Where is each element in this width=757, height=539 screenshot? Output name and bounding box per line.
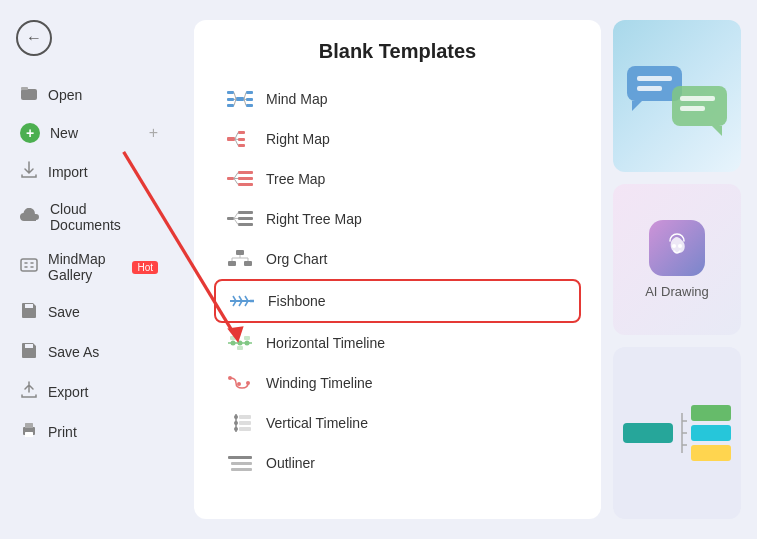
svg-marker-78: [632, 101, 642, 111]
template-winding-timeline[interactable]: Winding Timeline: [214, 363, 581, 403]
main-content: Blank Templates: [178, 0, 757, 539]
svg-line-16: [244, 93, 246, 100]
sidebar-save-label: Save: [48, 304, 158, 320]
svg-rect-73: [231, 462, 252, 465]
svg-line-39: [234, 219, 238, 225]
svg-rect-35: [238, 217, 253, 220]
sidebar-print-label: Print: [48, 424, 158, 440]
back-button[interactable]: ←: [0, 10, 178, 66]
svg-rect-0: [21, 89, 37, 100]
template-right-tree-map[interactable]: Right Tree Map: [214, 199, 581, 239]
export-icon: [20, 381, 38, 403]
svg-point-58: [245, 341, 250, 346]
svg-rect-22: [238, 144, 245, 147]
svg-rect-74: [231, 468, 252, 471]
svg-rect-59: [230, 336, 236, 340]
svg-rect-9: [227, 104, 234, 107]
template-mind-map[interactable]: Mind Map: [214, 79, 581, 119]
right-tree-map-icon: [226, 209, 254, 229]
svg-rect-36: [238, 223, 253, 226]
winding-timeline-label: Winding Timeline: [266, 375, 373, 391]
svg-point-64: [246, 381, 250, 385]
sidebar-item-save[interactable]: Save: [0, 292, 178, 332]
vertical-timeline-icon: [226, 413, 254, 433]
back-circle-icon[interactable]: ←: [16, 20, 52, 56]
sidebar-item-mindmap-gallery[interactable]: MindMap Gallery Hot: [0, 242, 178, 292]
svg-line-32: [234, 179, 238, 185]
svg-rect-28: [238, 177, 253, 180]
svg-point-68: [234, 427, 238, 431]
org-chart-label: Org Chart: [266, 251, 327, 267]
svg-rect-1: [21, 87, 28, 90]
template-right-map[interactable]: Right Map: [214, 119, 581, 159]
mind-map-label: Mind Map: [266, 91, 327, 107]
sidebar-gallery-label: MindMap Gallery: [48, 251, 118, 283]
templates-panel: Blank Templates: [194, 20, 601, 519]
tree-card: [613, 347, 741, 519]
template-fishbone[interactable]: Fishbone: [214, 279, 581, 323]
svg-point-62: [228, 376, 232, 380]
sidebar-item-save-as[interactable]: Save As: [0, 332, 178, 372]
illustration-card: [613, 20, 741, 172]
save-as-icon: [20, 341, 38, 363]
open-icon: [20, 85, 38, 105]
winding-timeline-icon: [226, 373, 254, 393]
outliner-label: Outliner: [266, 455, 315, 471]
svg-rect-5: [25, 432, 33, 437]
svg-rect-10: [246, 91, 253, 94]
tree-branch-1: [691, 405, 731, 421]
template-vertical-timeline[interactable]: Vertical Timeline: [214, 403, 581, 443]
svg-rect-69: [239, 415, 251, 419]
svg-rect-7: [227, 91, 234, 94]
svg-rect-26: [227, 177, 234, 180]
sidebar-item-export[interactable]: Export: [0, 372, 178, 412]
org-chart-icon: [226, 249, 254, 269]
svg-line-15: [234, 99, 236, 106]
template-outliner[interactable]: Outliner: [214, 443, 581, 483]
svg-rect-70: [239, 421, 251, 425]
tree-branch-2: [691, 425, 731, 441]
sidebar-open-label: Open: [48, 87, 158, 103]
sidebar-new-label: New: [50, 125, 139, 141]
sidebar-item-new[interactable]: + New +: [0, 114, 178, 152]
svg-rect-72: [228, 456, 252, 459]
sidebar-item-print[interactable]: Print: [0, 412, 178, 452]
svg-rect-34: [238, 211, 253, 214]
svg-line-37: [234, 213, 238, 219]
horizontal-timeline-icon: [226, 333, 254, 353]
right-panel: AI Drawing: [613, 20, 741, 519]
svg-point-84: [678, 244, 682, 248]
import-icon: [20, 161, 38, 183]
svg-rect-81: [680, 106, 705, 111]
ai-drawing-card[interactable]: AI Drawing: [613, 184, 741, 336]
svg-rect-11: [246, 98, 253, 101]
svg-rect-41: [228, 261, 236, 266]
svg-line-13: [234, 93, 236, 100]
template-org-chart[interactable]: Org Chart: [214, 239, 581, 279]
sidebar-item-cloud[interactable]: Cloud Documents: [0, 192, 178, 242]
tree-child-green: [691, 405, 731, 421]
svg-rect-21: [238, 138, 245, 141]
svg-rect-76: [637, 76, 672, 81]
sidebar-item-open[interactable]: Open: [0, 76, 178, 114]
svg-rect-12: [246, 104, 253, 107]
mindmap-gallery-icon: [20, 256, 38, 278]
tree-branch-3: [691, 445, 731, 461]
svg-rect-8: [227, 98, 234, 101]
sidebar: ← Open + New + Import: [0, 0, 178, 539]
svg-rect-80: [680, 96, 715, 101]
svg-point-66: [234, 415, 238, 419]
svg-rect-6: [236, 97, 244, 101]
template-horizontal-timeline[interactable]: Horizontal Timeline: [214, 323, 581, 363]
tree-root-node: [623, 423, 673, 443]
cloud-icon: [20, 208, 40, 226]
svg-point-67: [234, 421, 238, 425]
svg-marker-82: [712, 126, 722, 136]
hot-badge: Hot: [132, 261, 158, 274]
tree-branches: [691, 405, 731, 461]
sidebar-import-label: Import: [48, 164, 158, 180]
template-tree-map[interactable]: Tree Map: [214, 159, 581, 199]
svg-rect-40: [236, 250, 244, 255]
sidebar-save-as-label: Save As: [48, 344, 158, 360]
sidebar-item-import[interactable]: Import: [0, 152, 178, 192]
